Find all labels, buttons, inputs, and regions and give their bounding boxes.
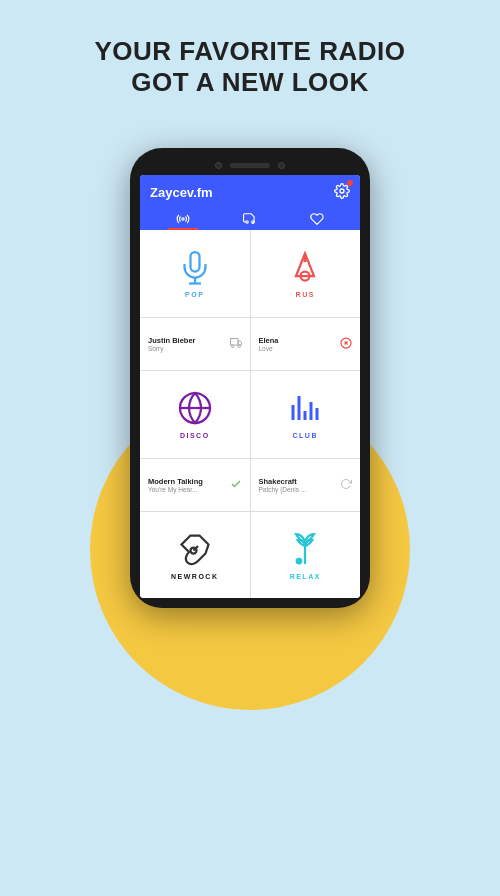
refresh-icon	[340, 478, 352, 492]
station-pop[interactable]: POP	[140, 230, 250, 316]
newrock-label: NEWROCK	[171, 573, 218, 580]
tab-car[interactable]	[235, 208, 265, 230]
song-info-modern: Modern Talking You're My Hear...	[148, 477, 226, 493]
svg-point-12	[238, 345, 241, 348]
svg-rect-9	[230, 338, 238, 345]
song-title-elena: Love	[259, 345, 337, 352]
headline-line2: GOT A NEW LOOK	[95, 67, 406, 98]
song-info-shake: Shakecraft Patchy (Denis ...	[259, 477, 337, 493]
svg-marker-10	[238, 341, 242, 345]
earpiece	[230, 163, 270, 168]
newrock-icon	[177, 531, 213, 567]
song-artist-shake: Shakecraft	[259, 477, 337, 486]
stations-grid: POP RUS Justin Bieber	[140, 230, 360, 598]
song-title-shake: Patchy (Denis ...	[259, 486, 337, 493]
song-title-modern: You're My Hear...	[148, 486, 226, 493]
sensor	[278, 162, 285, 169]
relax-label: RELAX	[290, 573, 321, 580]
phone-screen: Zaycev.fm	[140, 175, 360, 598]
headline: YOUR FAVORITE RADIO GOT A NEW LOOK	[95, 36, 406, 98]
phone-mockup: Zaycev.fm	[130, 148, 370, 608]
disco-label: DISCO	[180, 432, 210, 439]
song-artist-elena: Elena	[259, 336, 337, 345]
tab-favorites[interactable]	[302, 208, 332, 230]
station-disco[interactable]: DISCO	[140, 371, 250, 457]
phone-top-bar	[140, 158, 360, 175]
settings-icon[interactable]	[334, 183, 350, 202]
app-nav	[150, 208, 350, 230]
headline-line1: YOUR FAVORITE RADIO	[95, 36, 406, 67]
svg-point-0	[340, 189, 344, 193]
station-newrock[interactable]: NEWROCK	[140, 512, 250, 598]
song-row-elena[interactable]: Elena Love	[251, 318, 361, 370]
club-label: CLUB	[293, 432, 318, 439]
notification-badge	[347, 180, 353, 186]
song-artist-justin: Justin Bieber	[148, 336, 226, 345]
song-artist-modern: Modern Talking	[148, 477, 226, 486]
app-title: Zaycev.fm	[150, 185, 213, 200]
svg-point-1	[182, 218, 184, 220]
app-header: Zaycev.fm	[140, 175, 360, 230]
front-camera	[215, 162, 222, 169]
song-info-elena: Elena Love	[259, 336, 337, 352]
rus-label: RUS	[296, 291, 315, 298]
station-club[interactable]: CLUB	[251, 371, 361, 457]
tab-radio[interactable]	[168, 208, 198, 230]
relax-icon	[287, 531, 323, 567]
svg-point-11	[231, 345, 234, 348]
song-title-justin: Sorry	[148, 345, 226, 352]
station-relax[interactable]: RELAX	[251, 512, 361, 598]
svg-point-3	[252, 221, 254, 223]
station-rus[interactable]: RUS	[251, 230, 361, 316]
app-header-top: Zaycev.fm	[150, 183, 350, 202]
rus-icon	[287, 249, 323, 285]
svg-point-25	[297, 558, 302, 563]
club-icon	[287, 390, 323, 426]
song-row-justin[interactable]: Justin Bieber Sorry	[140, 318, 250, 370]
close-icon[interactable]	[340, 337, 352, 351]
pop-icon	[177, 249, 213, 285]
song-info-justin: Justin Bieber Sorry	[148, 336, 226, 352]
disco-icon	[177, 390, 213, 426]
song-row-shake[interactable]: Shakecraft Patchy (Denis ...	[251, 459, 361, 511]
pop-label: POP	[185, 291, 204, 298]
svg-point-2	[246, 221, 248, 223]
check-icon	[230, 478, 242, 492]
car-icon	[230, 337, 242, 351]
song-row-modern[interactable]: Modern Talking You're My Hear...	[140, 459, 250, 511]
